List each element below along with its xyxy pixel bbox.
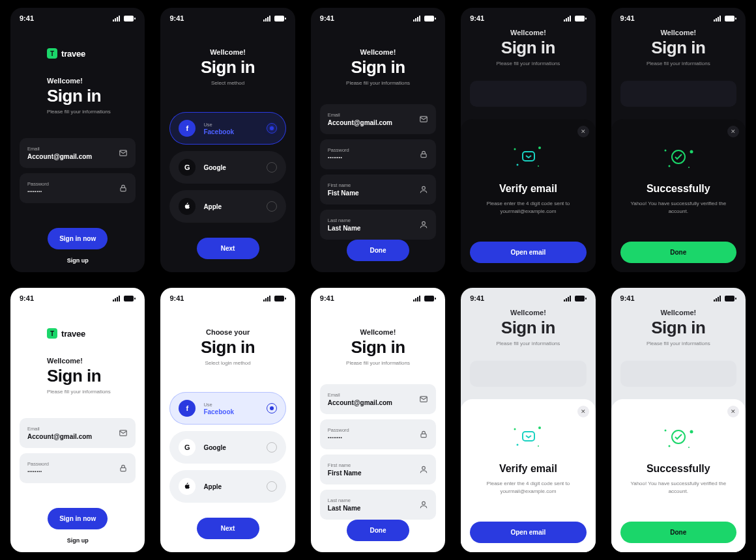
svg-rect-7 [121, 188, 126, 191]
svg-rect-60 [413, 300, 414, 301]
screen-light-verify: 9:41 Wellcome! Sign in Please fill your … [461, 288, 595, 552]
next-button[interactable]: Next [197, 518, 259, 539]
svg-point-76 [514, 428, 516, 430]
email-field[interactable]: Email Account@gmail.com [20, 138, 136, 168]
signal-icon [413, 16, 422, 21]
user-icon [419, 465, 428, 474]
svg-rect-39 [725, 16, 734, 21]
modal-title: Verify email [499, 183, 557, 195]
brand-name: travee [61, 49, 85, 59]
signal-icon [714, 16, 723, 21]
signin-button[interactable]: Sign in now [48, 228, 108, 249]
close-icon[interactable]: ✕ [727, 126, 739, 137]
signup-link[interactable]: Sign up [20, 537, 136, 544]
firstname-field[interactable]: First nameFirst Name [320, 455, 436, 484]
close-icon[interactable]: ✕ [727, 406, 739, 417]
provider-google[interactable]: G Google [169, 431, 285, 464]
done-button[interactable]: Done [347, 520, 409, 541]
password-field[interactable]: Password········ [20, 453, 136, 483]
svg-rect-84 [720, 296, 721, 301]
statusbar: 9:41 [311, 8, 445, 22]
svg-rect-16 [417, 17, 418, 21]
facebook-icon: f [179, 400, 196, 417]
svg-rect-27 [570, 16, 571, 21]
greeting: Wellcome! [320, 48, 436, 56]
lock-icon [119, 184, 128, 193]
close-icon[interactable]: ✕ [577, 406, 589, 417]
open-email-button[interactable]: Open email [470, 522, 586, 543]
battery-icon [274, 296, 286, 301]
radio-unselected [267, 442, 277, 453]
open-email-button[interactable]: Open email [470, 242, 586, 263]
signal-icon [564, 16, 573, 21]
svg-rect-21 [421, 154, 426, 157]
provider-facebook[interactable]: f Use Facebook [169, 112, 285, 145]
svg-rect-57 [269, 296, 270, 301]
lastname-field[interactable]: Last nameLast Name [320, 490, 436, 520]
svg-point-22 [422, 186, 426, 189]
provider-google[interactable]: G Google [169, 151, 285, 184]
battery-icon [424, 16, 436, 21]
user-icon [419, 185, 428, 194]
svg-rect-35 [714, 20, 715, 21]
email-field[interactable]: EmailAccount@gmail.com [320, 384, 436, 414]
svg-rect-24 [564, 20, 565, 21]
signal-icon [113, 16, 122, 21]
svg-rect-67 [421, 434, 426, 437]
signal-icon [113, 296, 122, 301]
svg-rect-19 [435, 18, 436, 20]
password-field[interactable]: Password········ [320, 139, 436, 169]
user-icon [419, 500, 428, 509]
done-button[interactable]: Done [347, 240, 409, 261]
signup-link[interactable]: Sign up [20, 257, 136, 264]
svg-rect-3 [119, 16, 120, 21]
next-button[interactable]: Next [197, 238, 259, 259]
svg-point-42 [690, 150, 693, 153]
signin-button[interactable]: Sign in now [48, 508, 108, 529]
provider-apple[interactable]: Apple [169, 470, 285, 503]
password-field[interactable]: Password ········ [20, 173, 136, 203]
provider-apple[interactable]: Apple [169, 190, 285, 223]
statusbar: 9:41 [10, 8, 145, 22]
svg-rect-74 [575, 296, 585, 301]
svg-rect-59 [285, 298, 286, 300]
svg-point-33 [538, 165, 539, 167]
svg-point-79 [538, 445, 539, 447]
email-label: Email [27, 146, 92, 152]
svg-rect-71 [566, 298, 567, 301]
svg-point-77 [538, 427, 541, 429]
success-illustration [659, 421, 698, 453]
provider-facebook[interactable]: f Use Facebook [169, 392, 285, 425]
svg-point-88 [690, 430, 693, 433]
brand-logo: T travee [47, 328, 136, 339]
svg-rect-17 [419, 16, 420, 21]
svg-rect-8 [263, 20, 265, 21]
email-icon [119, 428, 128, 438]
lastname-field[interactable]: Last nameLast Name [320, 210, 436, 240]
svg-rect-10 [267, 17, 269, 21]
password-label: Password [27, 181, 49, 187]
brand-badge: T [47, 328, 57, 339]
svg-point-41 [664, 149, 666, 151]
done-button[interactable]: Done [620, 522, 736, 543]
close-icon[interactable]: ✕ [577, 126, 589, 137]
done-button[interactable]: Done [620, 242, 736, 263]
svg-rect-48 [117, 297, 118, 301]
email-value: Account@gmail.com [27, 153, 92, 160]
email-field[interactable]: EmailAccount@gmail.com [320, 104, 436, 134]
statusbar: 9:41 [461, 8, 595, 22]
radio-unselected [267, 201, 277, 212]
password-field[interactable]: Password········ [320, 419, 436, 449]
svg-rect-49 [119, 296, 120, 301]
svg-point-90 [688, 447, 690, 448]
firstname-field[interactable]: First nameFist Name [320, 175, 436, 204]
svg-rect-86 [735, 298, 736, 300]
svg-rect-53 [121, 468, 126, 471]
battery-icon [124, 296, 136, 301]
greeting: Wellcome! [169, 48, 285, 56]
svg-rect-1 [115, 18, 116, 21]
modal-subtitle: Please enter the 4 digit code sent to yo… [479, 200, 577, 216]
email-field[interactable]: EmailAccount@gmail.com [20, 418, 136, 448]
svg-rect-15 [415, 18, 416, 21]
subtitle: Select method [169, 80, 285, 86]
